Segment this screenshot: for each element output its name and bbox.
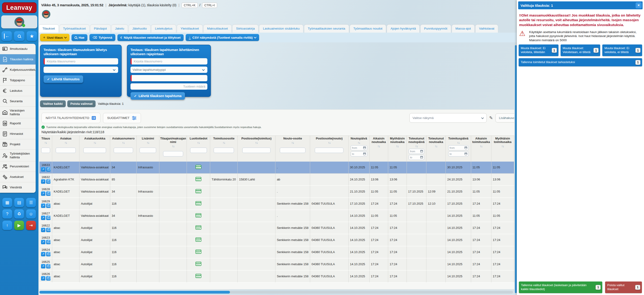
tab-ajojen-hyväksyntä[interactable]: Ajojen hyväksyntä: [387, 24, 420, 32]
logout-button[interactable]: ⇥: [26, 221, 36, 230]
mass-edit-action-button[interactable]: Muuta tilaukset: Ei veloiteta, tilitetää…: [519, 44, 558, 56]
order-number-input[interactable]: Kirjoita tilausnumero: [44, 58, 118, 64]
order-row[interactable]: 16627↗KADELGETVaihtolava-asiakkaat34Infr…: [40, 210, 514, 222]
sidebar-item-tilausten-hallinta[interactable]: Tilausten hallinta: [0, 54, 36, 65]
copy-order-button[interactable]: [46, 216, 50, 220]
tab-siirtoasiakirja[interactable]: Siirtoasiakirja: [232, 24, 258, 32]
open-order-button[interactable]: ↗: [41, 191, 46, 196]
open-order-button[interactable]: ↗: [41, 179, 46, 184]
tab-päiväajot[interactable]: Päiväajot: [90, 24, 111, 32]
column-filter-input[interactable]: [41, 148, 50, 153]
column-filter-input[interactable]: [56, 148, 76, 153]
tab-jakelu[interactable]: Jakelu: [111, 24, 128, 32]
clipboard-button[interactable]: ▤: [14, 198, 24, 207]
copy-order-button[interactable]: [46, 252, 50, 256]
mass-edit-action-button[interactable]: Muuta tilaukset: Ei veloiteta, ei tilite…: [602, 44, 642, 56]
user-profile[interactable]: [1, 15, 37, 28]
open-order-button[interactable]: ↗: [41, 240, 46, 244]
clear-button[interactable]: ⌫ Tyhjennä: [90, 34, 115, 41]
copy-order-button[interactable]: [46, 264, 50, 269]
date-filter-from[interactable]: from: [351, 145, 367, 150]
shortcut-ctrl-i[interactable]: CTRL+I: [202, 2, 217, 8]
product-quantity-input[interactable]: Tuotteen määrä: [130, 83, 207, 90]
sidebar-item-seuranta[interactable]: Seuranta: [0, 96, 36, 107]
sort-arrows[interactable]: ↑↓: [472, 144, 490, 148]
search-orders-button[interactable]: Hae: [72, 34, 88, 41]
horizontal-scrollbar-track[interactable]: [40, 291, 513, 294]
view-select[interactable]: Valitse näkymä: [409, 113, 487, 123]
tab-tilaukset[interactable]: Tilaukset: [39, 24, 59, 32]
play-button[interactable]: ▶: [14, 221, 24, 230]
sidebar-item-työntekijöiden-hallinta[interactable]: Työntekijöiden hallinta: [0, 150, 36, 161]
date-filter-from[interactable]: from: [409, 149, 424, 154]
event-value-input[interactable]: [130, 75, 207, 81]
sidebar-item-hinnastot[interactable]: Hinnastot: [0, 129, 36, 139]
clear-selection-button[interactable]: Poista valinnat: [67, 100, 96, 107]
sort-arrows[interactable]: ↑↓: [276, 141, 309, 144]
date-filter-from[interactable]: from: [448, 145, 468, 150]
show-charges-button[interactable]: € Näytä tilausten veloitukset ja tilityk…: [118, 34, 184, 41]
sidebar-item-viestintä[interactable]: Viestintä: [0, 182, 36, 193]
favorites-button[interactable]: ★: [26, 31, 37, 41]
edit-view-icon[interactable]: ✎: [489, 115, 493, 121]
delete-selected-orders-button[interactable]: Poista valitut tilaukset 1: [605, 282, 642, 293]
sort-arrows[interactable]: ↑↓: [211, 141, 237, 144]
sort-arrows[interactable]: ↑↓: [427, 144, 445, 148]
column-filter-input[interactable]: [190, 148, 207, 153]
help-button[interactable]: ?: [2, 209, 12, 219]
column-filter-input[interactable]: [114, 148, 133, 153]
sort-arrows[interactable]: ↑↓: [446, 141, 470, 144]
column-filter-input[interactable]: [140, 148, 156, 153]
tab-jätehuolto[interactable]: Jätehuolto: [128, 24, 150, 32]
save-delivered-checked-button[interactable]: Tallenna toimitetut tilaukset tarkastetu…: [519, 58, 642, 66]
order-row[interactable]: 16623↗abacAutoilijat116Senkkerin metsäti…: [40, 234, 514, 246]
copy-order-button[interactable]: [46, 240, 50, 244]
sidebar-item-laskutus[interactable]: Laskutus: [0, 86, 36, 96]
column-filter-input[interactable]: [214, 148, 234, 153]
copy-order-button[interactable]: [46, 228, 50, 232]
sort-arrows[interactable]: ↑↓: [349, 141, 368, 144]
send-order-event-button[interactable]: ✓ Lähetä tilauksen tapahtuma: [130, 92, 185, 100]
copy-order-button[interactable]: [46, 204, 50, 208]
more-search-options-button[interactable]: Lisähakuvalinnat: [495, 113, 514, 122]
search-button[interactable]: [14, 31, 24, 41]
sidebar-item-tolppajono[interactable]: Tolppajono: [0, 75, 36, 86]
sort-arrows[interactable]: ↑↓: [492, 144, 513, 148]
copy-order-button[interactable]: [46, 179, 50, 184]
tab-yleistilaukset[interactable]: Yleistilaukset: [177, 24, 203, 32]
open-order-button[interactable]: ↗: [41, 204, 46, 208]
sort-arrows[interactable]: ↑↓: [389, 144, 406, 148]
close-panel-button[interactable]: ×: [636, 2, 642, 8]
date-filter-to[interactable]: to: [409, 155, 424, 160]
sidebar-item-asetukset[interactable]: Asetukset: [0, 172, 36, 182]
feedback-button[interactable]: ☺: [26, 209, 36, 219]
column-filter-input[interactable]: [280, 148, 306, 153]
tab-punnituspyynnöt[interactable]: Punnituspyynnöt: [420, 24, 451, 32]
sidebar-item-varastojen-hallinta[interactable]: Varastojen hallinta: [0, 107, 36, 118]
filters-button[interactable]: SUODATTIMET: [103, 113, 141, 123]
copy-order-button[interactable]: [46, 191, 50, 196]
column-filter-input[interactable]: [84, 148, 106, 153]
open-order-button[interactable]: ↗: [41, 264, 46, 269]
sort-arrows[interactable]: ↑↓: [111, 141, 136, 144]
sort-arrows[interactable]: ↑↓: [80, 141, 109, 144]
save-selected-orders-button[interactable]: Tallenna valitut tilaukset (lasketaan ja…: [519, 282, 602, 293]
order-row[interactable]: 16629↗abacAutoilijat116Senkkerin metsäti…: [40, 198, 514, 210]
open-order-button[interactable]: ↗: [41, 167, 46, 172]
tab-lietekuljetus[interactable]: Lietekuljetus: [151, 24, 176, 32]
sort-arrows[interactable]: ↑↓: [408, 144, 426, 148]
order-row[interactable]: 16632↗Agrabahin KTKVaihtolava-asiakkaat8…: [40, 174, 514, 186]
upload-button[interactable]: ↑: [2, 221, 12, 230]
send-status-change-button[interactable]: ✓ Lähetä tilamuutos: [44, 75, 83, 83]
event-type-select[interactable]: Valitse tapahtumatyyppi: [130, 67, 207, 73]
open-order-button[interactable]: ↗: [41, 228, 46, 232]
order-row[interactable]: 16626↗abacAutoilijat116Senkkerin metsäti…: [40, 271, 514, 283]
shortcut-ctrl-k[interactable]: CTRL+K: [182, 2, 198, 8]
current-user-avatar[interactable]: [42, 10, 50, 19]
open-order-button[interactable]: ↗: [41, 276, 46, 281]
new-order-button[interactable]: + Uusi tilaus: [40, 34, 70, 41]
vertical-scrollbar-thumb[interactable]: [515, 45, 517, 293]
order-row[interactable]: 16625↗abacAutoilijat116Senkkerin metsäti…: [40, 259, 514, 271]
column-filter-input[interactable]: [242, 148, 270, 153]
sort-arrows[interactable]: ↑↓: [40, 141, 51, 144]
